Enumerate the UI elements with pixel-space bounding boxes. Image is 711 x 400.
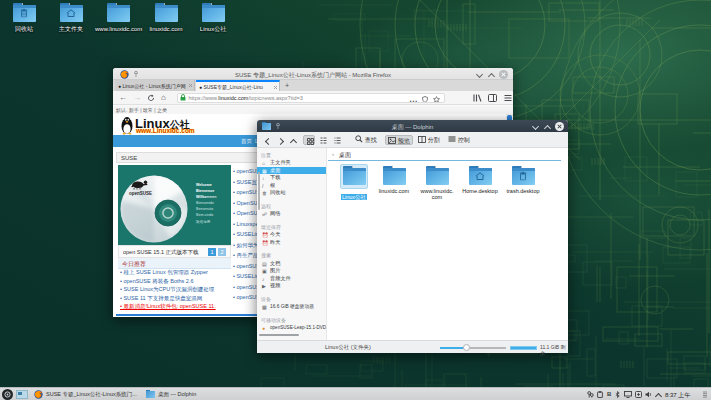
svg-text:openSUSE: openSUSE — [129, 191, 152, 196]
